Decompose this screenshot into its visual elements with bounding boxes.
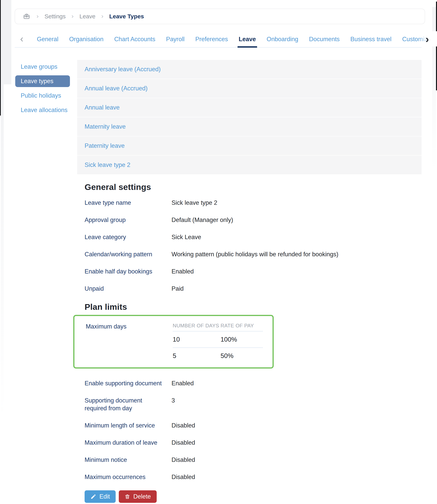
breadcrumb: › Settings › Leave › Leave Types [15,9,425,24]
briefcase-icon[interactable] [22,13,31,20]
leave-type-row-anniversary[interactable]: Anniversary leave (Accrued) [77,60,422,79]
chevron-right-icon: › [71,13,74,19]
setting-row-max-duration: Maximum duration of leave Disabled [77,439,422,447]
leave-type-row-paternity[interactable]: Paternity leave [77,136,422,155]
leave-settings-sidebar: Leave groups Leave types Public holidays… [15,61,70,116]
page-gutter-left-lower [1,84,4,504]
setting-label: Maximum duration of leave [85,439,171,447]
chevron-right-icon: › [101,13,103,19]
setting-row-min-notice: Minimum notice Disabled [77,456,422,464]
breadcrumb-settings[interactable]: Settings [45,13,66,20]
leave-type-link: Annual leave [85,104,119,111]
setting-value: Disabled [171,456,195,464]
setting-label: Leave type name [85,199,171,207]
action-buttons: Edit Delete [85,490,422,503]
column-header-rate: RATE OF PAY [220,323,254,329]
days-cell: 5 [173,352,220,359]
setting-label: Supporting document required from day [85,397,171,412]
tab-business-travel[interactable]: Business travel [350,31,391,47]
rate-cell: 50% [220,352,233,359]
breadcrumb-current: Leave Types [109,13,144,20]
setting-label: Enable supporting document [85,379,171,387]
tab-payroll[interactable]: Payroll [166,31,185,47]
general-settings-rows: Leave type name Sick leave type 2 Approv… [77,199,422,293]
setting-label: Enable half day bookings [85,268,171,275]
breadcrumb-leave[interactable]: Leave [79,13,96,20]
setting-label: Approval group [85,216,171,224]
sidebar-item-leave-groups[interactable]: Leave groups [15,61,70,73]
days-cell: 10 [173,336,220,343]
tabs-scroll-right-icon[interactable]: › [426,33,429,45]
sidebar-item-public-holidays[interactable]: Public holidays [15,90,70,101]
setting-label: Maximum occurrences [85,473,171,481]
setting-value: Sick leave type 2 [171,199,217,207]
setting-label: Unpaid [85,285,171,293]
setting-row-leave-category: Leave category Sick Leave [77,233,422,241]
setting-value: Disabled [171,473,195,481]
general-settings-title: General settings [85,182,422,192]
setting-label: Minimum notice [85,456,171,464]
leave-type-link: Anniversary leave (Accrued) [85,66,160,73]
setting-row-document-from-day: Supporting document required from day 3 [77,397,422,412]
maximum-days-table-header: NUMBER OF DAYS RATE OF PAY [173,323,263,331]
leave-types-content: Anniversary leave (Accrued) Annual leave… [77,60,422,503]
setting-label: Minimum length of service [85,422,171,429]
setting-row-leave-type-name: Leave type name Sick leave type 2 [77,199,422,207]
tab-preferences[interactable]: Preferences [195,31,228,47]
delete-button[interactable]: Delete [119,490,157,503]
leave-type-link: Maternity leave [85,123,126,130]
settings-tab-bar: ‹ General Organisation Chart Accounts Pa… [15,31,422,48]
setting-row-approval-group: Approval group Default (Manager only) [77,216,422,224]
setting-row-min-length-service: Minimum length of service Disabled [77,422,422,429]
setting-row-unpaid: Unpaid Paid [77,285,422,293]
setting-label: Calendar/working pattern [85,251,171,258]
tab-general[interactable]: General [37,31,59,47]
tabs-scroll-left-icon[interactable]: ‹ [20,34,23,44]
setting-row-half-day: Enable half day bookings Enabled [77,268,422,275]
setting-value: Enabled [171,379,194,387]
setting-value: Working pattern (public holidays will be… [171,251,338,258]
pencil-icon [90,494,96,500]
setting-label: Leave category [85,233,171,241]
setting-value: Enabled [171,268,194,275]
leave-type-row-annual-accrued[interactable]: Annual leave (Accrued) [77,79,422,98]
setting-value: Paid [171,285,184,293]
plan-limits-title: Plan limits [85,302,422,312]
setting-value: Sick Leave [171,233,201,241]
rate-cell: 100% [220,336,237,343]
leave-type-link: Annual leave (Accrued) [85,85,148,92]
delete-button-label: Delete [133,493,151,500]
leave-type-row-annual[interactable]: Annual leave [77,98,422,117]
leave-type-row-maternity[interactable]: Maternity leave [77,117,422,136]
column-header-days: NUMBER OF DAYS [173,323,220,329]
setting-row-supporting-document: Enable supporting document Enabled [77,379,422,387]
plan-limits-rows: Enable supporting document Enabled Suppo… [77,379,422,481]
tab-organisation[interactable]: Organisation [69,31,104,47]
trash-icon [125,494,130,500]
leave-type-link: Sick leave type 2 [85,161,130,168]
maximum-days-label: Maximum days [86,323,173,359]
setting-value: 3 [171,397,175,412]
screen-edge-left [0,0,1,116]
edit-button-label: Edit [99,493,110,500]
table-row: 5 50% [173,348,263,359]
setting-row-max-occurrences: Maximum occurrences Disabled [77,473,422,481]
page-gutter-left [1,0,11,84]
setting-value: Default (Manager only) [171,216,233,224]
edit-button[interactable]: Edit [85,490,116,503]
tab-documents[interactable]: Documents [309,31,340,47]
tab-chart-accounts[interactable]: Chart Accounts [114,31,155,47]
tab-leave[interactable]: Leave [239,31,256,47]
tab-onboarding[interactable]: Onboarding [267,31,298,47]
table-row: 10 100% [173,331,263,348]
setting-row-calendar-pattern: Calendar/working pattern Working pattern… [77,251,422,258]
leave-type-row-sick-2[interactable]: Sick leave type 2 [77,155,422,174]
setting-value: Disabled [171,422,195,429]
maximum-days-highlight-box: Maximum days NUMBER OF DAYS RATE OF PAY … [73,315,274,368]
sidebar-item-leave-allocations[interactable]: Leave allocations [15,104,70,116]
sidebar-item-leave-types[interactable]: Leave types [15,75,70,87]
setting-value: Disabled [171,439,195,447]
chevron-right-icon: › [37,13,39,19]
leave-type-link: Paternity leave [85,142,125,149]
maximum-days-table: NUMBER OF DAYS RATE OF PAY 10 100% 5 50% [173,323,263,359]
